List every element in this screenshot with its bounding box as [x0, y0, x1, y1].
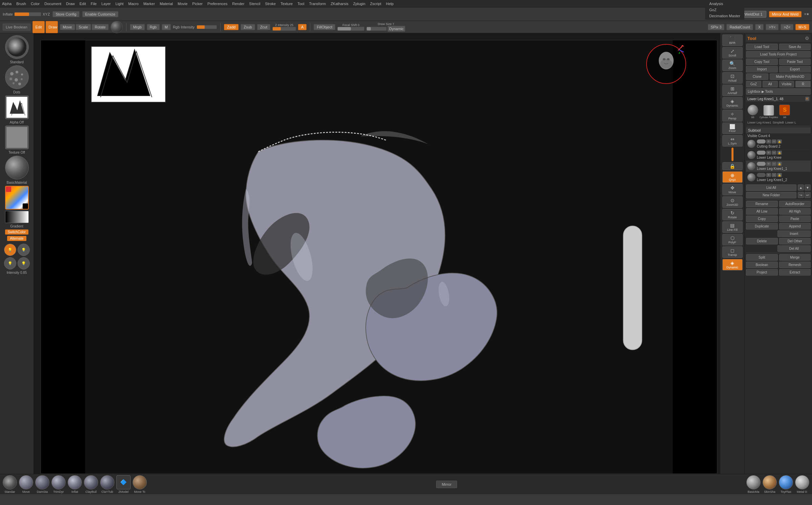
z-axis-btn[interactable]: >Z<	[781, 24, 793, 30]
del-all-btn[interactable]: Del All	[777, 245, 811, 252]
menu-transform[interactable]: Transform	[309, 2, 326, 6]
paste-tool-btn[interactable]: Paste Tool	[779, 59, 811, 65]
dynamic3-btn[interactable]: ◈ Dynamic	[722, 97, 743, 109]
radial-count-btn[interactable]: RadialCount	[726, 24, 753, 30]
bottom-brush-trimdyr[interactable]: TrimDyr	[51, 475, 66, 493]
subtool-toggle-4[interactable]	[757, 173, 766, 177]
subtool-lower-leg-knee[interactable]: 👁 ✏ 🔒 Lower Leg Knee	[746, 150, 811, 161]
bottom-brush-move[interactable]: Move	[19, 475, 33, 493]
auto-reorder-btn[interactable]: AutoReorder	[779, 201, 811, 207]
subtool-edit-4[interactable]: ✏	[772, 173, 776, 177]
delete-btn[interactable]: Delete	[746, 238, 778, 244]
menu-help[interactable]: Help	[386, 2, 394, 6]
bottom-brush-claytub[interactable]: ClaYTub	[100, 475, 114, 493]
menu-color[interactable]: Color	[31, 2, 40, 6]
brush-sphere-btn[interactable]	[111, 21, 123, 33]
subtool-lock-1[interactable]: 🔒	[777, 139, 782, 144]
bottom-brush-zmodeler[interactable]: 🔷 ZModel	[116, 475, 131, 493]
subtool-edit-1[interactable]: ✏	[772, 139, 776, 144]
inflate-track[interactable]	[14, 12, 41, 16]
menu-edit[interactable]: Edit	[80, 2, 86, 6]
all-high-btn[interactable]: All High	[779, 208, 811, 215]
bottom-brush-claybuild[interactable]: ClayBuil	[84, 475, 98, 493]
lock-btn[interactable]: 🔒	[722, 162, 743, 170]
subtool-up-btn[interactable]: ▲	[798, 184, 804, 191]
decimation-master-tab[interactable]: Decimation Master	[708, 14, 742, 18]
all-low-btn[interactable]: All Low	[746, 208, 778, 215]
bottom-mat-toyplas[interactable]: ToyPlas	[779, 475, 793, 493]
subtool-edit-3[interactable]: ✏	[772, 162, 776, 166]
rotate-btn[interactable]: Rotate	[92, 24, 109, 30]
lightbox-tools-btn[interactable]: Lightbox ▶ Tools	[746, 88, 811, 95]
append-btn[interactable]: Append	[779, 223, 811, 229]
scroll-btn[interactable]: ⤢ Scroll	[722, 47, 743, 59]
orientation-widget[interactable]	[646, 44, 686, 84]
zsub-btn[interactable]: Zsub	[241, 24, 255, 30]
subtool-lower-leg-knee1-2[interactable]: 👁 ✏ 🔒 Lower Leg Knee1_2	[746, 172, 811, 183]
live-boolean-btn[interactable]: Live Boolean	[3, 24, 30, 30]
project-btn[interactable]: Project	[746, 269, 778, 276]
intensity-light-btn[interactable]: 💡	[4, 244, 16, 256]
clone-btn[interactable]: Clone	[746, 73, 768, 80]
menu-stencil[interactable]: Stencil	[249, 2, 260, 6]
fill-object-btn[interactable]: FillObject	[314, 24, 335, 30]
aahalf-btn[interactable]: ⊞ AAHalf	[722, 85, 743, 96]
subtool-cutting-board[interactable]: 👁 ✏ 🔒 Cutting Board 2	[746, 138, 811, 150]
analysis-label[interactable]: Analysis	[708, 1, 742, 6]
dynamic-btn[interactable]: Dynamic	[387, 26, 405, 32]
all-btn[interactable]: All	[763, 81, 778, 87]
bottom-brush-movetc[interactable]: Move Tc	[133, 475, 147, 493]
menu-file[interactable]: File	[91, 2, 97, 6]
subtool-toggle-3[interactable]	[757, 162, 766, 166]
menu-movie[interactable]: Movie	[178, 2, 187, 6]
a-btn[interactable]: A	[298, 24, 307, 30]
paste-subtool-btn[interactable]: Paste	[779, 216, 811, 222]
move-transform-btn[interactable]: Move	[60, 24, 75, 30]
actual-btn[interactable]: ⊡ Actual	[722, 72, 743, 84]
dynamic4-btn[interactable]: ◈ Dynamic	[722, 259, 743, 270]
persp-btn[interactable]: ⟡ Persp	[722, 110, 743, 122]
menu-zkatharsis[interactable]: ZKatharsis	[331, 2, 348, 6]
rename-btn[interactable]: Rename	[746, 201, 778, 207]
tool-thumb-cylinder[interactable]: Cylinder PolyMes	[760, 105, 778, 118]
menu-preferences[interactable]: Preferences	[207, 2, 227, 6]
subtool-edit-2[interactable]: ✏	[772, 151, 776, 155]
zoom-btn[interactable]: 🔍 Zoom	[722, 60, 743, 71]
ms-btn[interactable]: M+S	[795, 24, 809, 30]
menu-layer[interactable]: Layer	[102, 2, 111, 6]
menu-zplugin[interactable]: Zplugin	[353, 2, 365, 6]
intensity-dark-btn[interactable]: 💡	[18, 244, 30, 256]
menu-light[interactable]: Light	[115, 2, 123, 6]
menu-tool[interactable]: Tool	[297, 2, 304, 6]
tool-thumb-1[interactable]: 86	[747, 105, 758, 119]
r-tool-btn[interactable]: R	[795, 81, 811, 87]
load-tools-from-project-btn[interactable]: Load Tools From Project	[746, 51, 811, 58]
polyf-btn[interactable]: ⬡ PolyF	[722, 234, 743, 245]
zadd-btn[interactable]: Zadd	[224, 24, 239, 30]
dots-brush-thumb[interactable]	[5, 65, 29, 89]
bpr-btn[interactable]: ⬛ BPR	[722, 35, 743, 46]
gradient-swatch[interactable]	[5, 211, 29, 223]
goz-tool-btn[interactable]: GoZ	[746, 81, 761, 87]
duplicate-btn[interactable]: Duplicate	[746, 223, 778, 229]
mirror-btn[interactable]: Mirror	[436, 481, 457, 488]
split-btn[interactable]: Split	[746, 254, 778, 261]
bottom-brush-inflat[interactable]: Inflat	[68, 475, 82, 493]
load-tool-btn[interactable]: Load Tool	[746, 44, 778, 50]
zcut-btn[interactable]: Zcut	[257, 24, 270, 30]
save-as-btn[interactable]: Save As	[779, 44, 811, 50]
menu-texture[interactable]: Texture	[280, 2, 293, 6]
move2-btn[interactable]: ✥ Move	[722, 184, 743, 195]
standard-brush-thumb[interactable]	[5, 35, 29, 59]
scale-btn[interactable]: Scale	[76, 24, 91, 30]
mirror-and-weld-btn[interactable]: Mirror And Weld	[769, 11, 802, 17]
subtool-lower-leg-knee1-1[interactable]: 👁 ✏ 🔒 Lower Leg Knee1_1	[746, 161, 811, 172]
line-fill-btn[interactable]: ▤ Line Fill	[722, 221, 743, 233]
import-btn[interactable]: Import	[746, 66, 778, 72]
menu-draw[interactable]: Draw	[66, 2, 75, 6]
mrgb-btn[interactable]: Mrgb	[130, 24, 144, 30]
menu-picker[interactable]: Picker	[192, 2, 203, 6]
menu-marker[interactable]: Marker	[143, 2, 155, 6]
focal-shift-slider[interactable]	[337, 27, 364, 31]
subtool-eye-2[interactable]: 👁	[766, 151, 771, 155]
